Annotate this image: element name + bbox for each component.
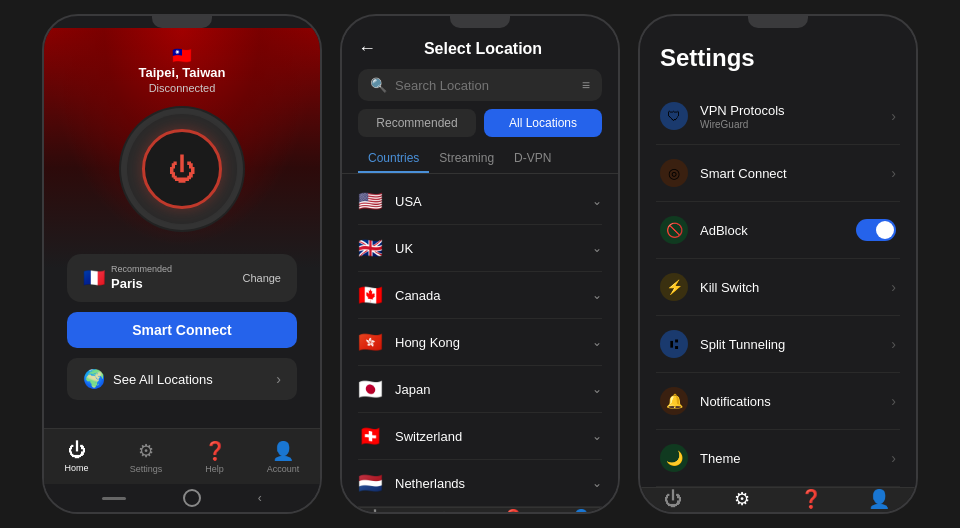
settings-screen: Settings 🛡 VPN Protocols WireGuard › ◎ S… [640,28,916,487]
chevron-down-icon: ⌄ [592,476,602,490]
home-tab-icon: ⏻ [68,440,86,461]
settings-tab-label: Settings [130,464,163,474]
country-name: Hong Kong [395,335,592,350]
rec-location: 🇫🇷 Recommended Paris [83,264,172,292]
home-tab-icon-3: ⏻ [664,489,682,510]
account-tab-icon-2: 👤 [570,508,592,512]
chevron-down-icon: ⌄ [592,335,602,349]
settings-item-split-tunneling[interactable]: ⑆ Split Tunneling › [656,316,900,373]
filter-all-locations[interactable]: All Locations [484,109,602,137]
chevron-down-icon: ⌄ [592,241,602,255]
notifications-label: Notifications [700,394,891,409]
list-item[interactable]: 🇨🇦 Canada ⌄ [358,272,602,319]
tab-settings[interactable]: ⚙ Settings [130,440,163,474]
location-sub-tabs: Countries Streaming D-VPN [342,145,618,174]
sub-tab-streaming[interactable]: Streaming [429,145,504,173]
settings-item-vpn-protocols[interactable]: 🛡 VPN Protocols WireGuard › [656,88,900,145]
adblock-text: AdBlock [700,223,856,238]
list-item[interactable]: 🇺🇸 USA ⌄ [358,178,602,225]
uk-flag: 🇬🇧 [358,236,383,260]
search-input[interactable] [395,78,574,93]
country-name: Netherlands [395,476,592,491]
vpn-protocols-sub: WireGuard [700,119,891,130]
tab-help-3[interactable]: ❓ Help [800,488,822,512]
country-name: Canada [395,288,592,303]
power-icon: ⏻ [168,153,196,186]
filter-recommended[interactable]: Recommended [358,109,476,137]
tab-home[interactable]: ⏻ Home [65,440,89,473]
home-tab-label-3: Home [661,512,685,513]
change-button[interactable]: Change [242,272,281,284]
vpn-protocols-text: VPN Protocols WireGuard [700,103,891,130]
switzerland-flag: 🇨🇭 [358,424,383,448]
tab-settings-3[interactable]: ⚙ Settings [726,488,759,512]
kill-switch-label: Kill Switch [700,280,891,295]
settings-item-adblock[interactable]: 🚫 AdBlock [656,202,900,259]
chevron-right-icon: › [891,336,896,352]
help-tab-icon: ❓ [204,440,226,462]
tab-account[interactable]: 👤 Account [267,440,300,474]
rec-city: Paris [111,276,143,291]
globe-icon: 🌍 [83,368,105,390]
select-location-screen: ← Select Location 🔍 ≡ Recommended All Lo… [342,28,618,507]
chevron-right-icon: › [276,371,281,387]
split-tunneling-text: Split Tunneling [700,337,891,352]
notifications-text: Notifications [700,394,891,409]
location-header-bar: ← Select Location [342,28,618,65]
list-item[interactable]: 🇳🇱 Netherlands ⌄ [358,460,602,507]
list-item[interactable]: 🇭🇰 Hong Kong ⌄ [358,319,602,366]
help-tab-icon-2: ❓ [502,508,524,512]
settings-item-theme[interactable]: 🌙 Theme › [656,430,900,487]
chevron-right-icon: › [891,393,896,409]
phone-notch-2 [450,16,510,28]
netherlands-flag: 🇳🇱 [358,471,383,495]
chevron-down-icon: ⌄ [592,429,602,443]
adblock-toggle[interactable] [856,219,896,241]
vpn-protocols-icon: 🛡 [660,102,688,130]
tab-account-3[interactable]: 👤 Account [863,488,896,512]
hk-flag: 🇭🇰 [358,330,383,354]
vpn-protocols-label: VPN Protocols [700,103,891,118]
usa-flag: 🇺🇸 [358,189,383,213]
back-button[interactable]: ← [358,38,376,59]
power-ring-outer: ⏻ [127,114,237,224]
see-all-locations-button[interactable]: 🌍 See All Locations › [67,358,297,400]
rec-label: Recommended [111,264,172,274]
phone3-content: Settings 🛡 VPN Protocols WireGuard › ◎ S… [640,28,916,512]
list-item[interactable]: 🇯🇵 Japan ⌄ [358,366,602,413]
tab-home-3[interactable]: ⏻ Home [661,489,685,513]
split-tunneling-label: Split Tunneling [700,337,891,352]
settings-list: 🛡 VPN Protocols WireGuard › ◎ Smart Conn… [640,88,916,487]
nav-bar-circle [183,489,201,507]
tab-settings-2[interactable]: ⚙ Settings [428,508,461,512]
sub-tab-countries[interactable]: Countries [358,145,429,173]
tab-home-2[interactable]: ⏻ Home [363,509,387,513]
smart-connect-text: Smart Connect [700,166,891,181]
home-screen: 🇹🇼 Taipei, Taiwan Disconnected ⏻ 🇫🇷 Reco… [44,28,320,428]
settings-tab-icon: ⚙ [138,440,154,462]
phone-select-location: ← Select Location 🔍 ≡ Recommended All Lo… [340,14,620,514]
power-button-container[interactable]: ⏻ [127,114,237,224]
list-item[interactable]: 🇬🇧 UK ⌄ [358,225,602,272]
smart-connect-button[interactable]: Smart Connect [67,312,297,348]
bottom-tabs-home: ⏻ Home ⚙ Settings ❓ Help 👤 Account [44,428,320,484]
kill-switch-text: Kill Switch [700,280,891,295]
filter-tabs: Recommended All Locations [358,109,602,137]
sub-tab-dvpn[interactable]: D-VPN [504,145,561,173]
tab-account-2[interactable]: 👤 Account [565,508,598,512]
list-item[interactable]: 🇨🇭 Switzerland ⌄ [358,413,602,460]
settings-item-smart-connect[interactable]: ◎ Smart Connect › [656,145,900,202]
tab-help[interactable]: ❓ Help [204,440,226,474]
search-bar[interactable]: 🔍 ≡ [358,69,602,101]
home-tab-label: Home [65,463,89,473]
chevron-right-icon: › [891,108,896,124]
tab-help-2[interactable]: ❓ Help [502,508,524,512]
settings-tab-icon-3: ⚙ [734,488,750,510]
canada-flag: 🇨🇦 [358,283,383,307]
settings-item-kill-switch[interactable]: ⚡ Kill Switch › [656,259,900,316]
phone2-content: ← Select Location 🔍 ≡ Recommended All Lo… [342,28,618,512]
settings-item-notifications[interactable]: 🔔 Notifications › [656,373,900,430]
recommended-box: 🇫🇷 Recommended Paris Change [67,254,297,302]
connection-status: Disconnected [139,82,226,94]
country-name: Switzerland [395,429,592,444]
